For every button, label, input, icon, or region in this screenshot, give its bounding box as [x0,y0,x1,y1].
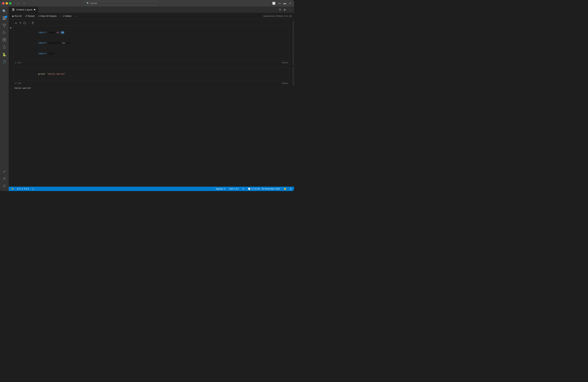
titlebar-right: ⬜ ▭ ▬ ⤢ [272,1,292,5]
delete-cell-button[interactable] [31,21,35,25]
status-brackets[interactable]: {} [289,188,292,190]
code-line-print: print('hello world!') [16,69,287,79]
active-tab[interactable]: 📓 Untitled-1.ipynb [9,6,38,13]
sidebar-toggle[interactable]: ▭ [277,1,281,5]
settings-button[interactable]: ⚙ [278,8,282,12]
svg-rect-14 [3,40,4,41]
keyword: import [38,31,47,34]
sidebar-item-search[interactable]: 🔍 [1,8,8,15]
search-bar[interactable]: 🔍 tutorial [84,1,157,5]
svg-rect-2 [4,18,6,19]
outline-button[interactable]: ≡ Outline [61,14,73,18]
lightning-icon: ⚡ [11,188,14,190]
cell-output-text: hello world! [13,86,290,90]
minimize-button[interactable] [6,2,8,4]
sidebar-item-source-control[interactable] [1,22,8,29]
svg-point-17 [4,185,5,187]
cell-run-area-1: ▶ [9,21,13,29]
tab-actions-right: ⚙ ▶ ··· [278,8,294,12]
svg-line-8 [3,25,4,26]
svg-rect-20 [24,22,26,24]
sidebar-item-spotify[interactable]: 🎵 [1,58,8,65]
python-icon: 🐍 [2,53,6,57]
clear-outputs-button[interactable]: ≡ Clear All Outputs [37,14,58,18]
search-icon: 🔍 [2,9,6,13]
status-cell-info[interactable]: Cell 1 of 2 [228,188,239,190]
run-button[interactable]: ▶ [283,8,287,12]
panel-toggle[interactable]: ▬ [283,1,287,5]
sidebar-item-settings[interactable] [1,183,8,190]
check-icon [2,170,6,174]
cell-2-right-panel [293,67,294,86]
main-layout: 🔍 1 [0,6,294,191]
restart-icon: ↺ [25,15,27,17]
run-above-button[interactable] [14,21,18,25]
sidebar-item-lab[interactable] [1,44,8,51]
restart-button[interactable]: ↺ Restart [24,14,36,18]
cell-2: print('hello world!') ✓ 0.0s Python [13,67,290,86]
run-below-button[interactable] [18,21,22,25]
traffic-lights [2,2,11,4]
code-line-1: import numpy as np [16,27,287,38]
status-spaces[interactable]: Spaces: 4 [215,188,226,190]
restart-label: Restart [28,15,35,17]
outline-icon: ≡ [63,15,64,17]
status-bell[interactable]: 🔔 [283,188,287,190]
time-label: 17:21:59 · 25 November 2024 [251,188,280,190]
svg-rect-21 [32,22,33,24]
svg-marker-19 [20,22,21,24]
status-sync[interactable]: ↻ [242,188,245,190]
error-count: 0 [19,188,21,190]
sidebar-item-explorer[interactable]: 1 [1,15,8,22]
extensions-icon [2,38,6,43]
debug-icon [2,31,6,36]
status-port[interactable]: ⚓ [31,188,35,190]
status-errors[interactable]: ⊘ 0 ⚠ 0 ℹ 0 [16,188,29,190]
fullscreen-toggle[interactable]: ⤢ [288,1,292,5]
sidebar-item-extensions[interactable] [1,37,8,43]
more-button[interactable]: ··· [288,8,293,12]
output-row: ··· hello world! [9,86,294,90]
maximize-button[interactable] [9,2,11,4]
run-all-button[interactable]: ▶ Run All [11,14,23,18]
tab-bar: 📓 Untitled-1.ipynb ⚙ ▶ ··· [9,6,294,13]
toggle-output-button[interactable] [23,21,27,25]
status-lightning[interactable]: ⚡ [10,188,15,190]
cell-1-input[interactable]: import numpy as np import geopandas as g… [13,25,290,61]
back-button[interactable]: ← [16,1,21,5]
cell-2-input[interactable]: print('hello world!') [13,67,290,81]
close-button[interactable] [2,2,4,4]
sidebar-item-check[interactable] [1,169,8,175]
status-left: ⚡ ⊘ 0 ⚠ 0 ℹ 0 ⚓ [10,188,35,190]
status-time[interactable]: 🕐 17:21:59 · 25 November 2024 [247,188,281,190]
svg-marker-18 [15,22,17,24]
forward-button[interactable]: → [21,1,27,5]
editor-area: 📓 Untitled-1.ipynb ⚙ ▶ ··· ▶ Run All ↺ [9,6,294,191]
output-area: hello world! [13,86,290,90]
status-bar: ⚡ ⊘ 0 ⚠ 0 ℹ 0 ⚓ Spac [9,187,294,191]
spaces-label: Spaces: 4 [216,188,225,190]
sidebar-item-python[interactable]: 🐍 [1,51,8,58]
np-alias: np [61,31,64,34]
cell-2-language: Python [282,82,288,84]
clock-icon: 🕐 [248,188,251,190]
explorer-badge: 1 [5,16,7,18]
run-cell-1-button[interactable]: ▶ [10,26,12,29]
sync-icon: ↻ [242,188,244,190]
kernel-label: tutorial-venv (Python 3.11.10) [263,15,292,17]
titlebar: ← → 🔍 tutorial ⬜ ▭ ▬ ⤢ [0,0,294,6]
port-icon: ⚓ [32,188,34,190]
code-line-2: import geopandas as gpd [16,38,287,48]
layout-icon[interactable]: ⬜ [272,1,276,5]
toolbar-separator [60,15,60,18]
svg-marker-11 [3,31,6,34]
sidebar-item-run-debug[interactable] [1,30,8,36]
cell-1-right-panel [293,21,294,65]
svg-line-10 [4,25,5,26]
tab-filename: Untitled-1.ipynb [16,8,32,11]
more-toolbar-button[interactable]: ··· [74,14,78,18]
sidebar-item-profile[interactable] [1,176,8,182]
svg-point-16 [4,177,5,178]
cell-more-button[interactable]: ··· [27,21,30,25]
code-line-3: import pygmt [16,48,287,59]
